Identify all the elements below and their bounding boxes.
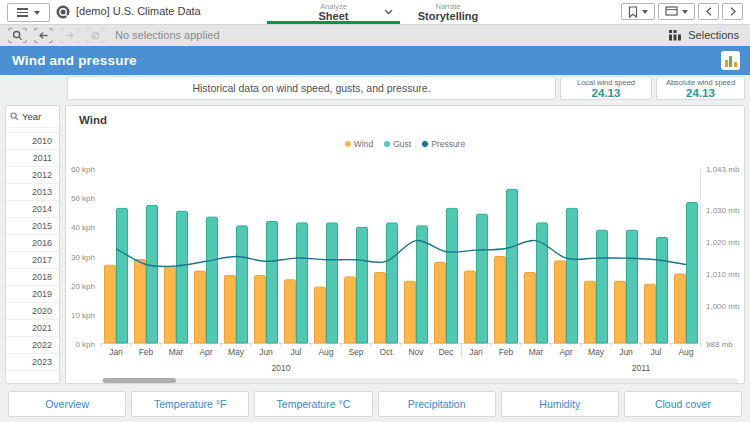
year-option-2011[interactable]: 2011 xyxy=(6,149,59,166)
year-option-2020[interactable]: 2020 xyxy=(6,302,59,319)
nav-button-temperature-f[interactable]: Temperature °F xyxy=(131,391,249,417)
year-option-2015[interactable]: 2015 xyxy=(6,217,59,234)
sheets-button[interactable] xyxy=(658,3,695,20)
app-title[interactable]: [demo] U.S. Climate Data xyxy=(76,0,201,23)
bookmarks-button[interactable] xyxy=(621,3,655,20)
bar-gust-11[interactable] xyxy=(447,208,458,343)
bar-gust-3[interactable] xyxy=(207,217,218,343)
global-menu-button[interactable] xyxy=(7,3,50,22)
chart-scrollbar-thumb[interactable] xyxy=(103,378,176,383)
bar-wind-19[interactable] xyxy=(675,274,686,343)
bar-gust-16[interactable] xyxy=(597,230,608,343)
chart-plot-area[interactable] xyxy=(101,169,701,344)
bar-wind-6[interactable] xyxy=(285,280,296,343)
bar-wind-5[interactable] xyxy=(255,275,266,343)
bar-gust-10[interactable] xyxy=(417,226,428,343)
bar-wind-15[interactable] xyxy=(555,261,566,343)
bar-gust-17[interactable] xyxy=(627,230,638,343)
chart-scrollbar[interactable] xyxy=(101,378,738,383)
bar-wind-12[interactable] xyxy=(465,271,476,343)
year-group-label-2011: 2011 xyxy=(632,363,650,373)
year-option-2018[interactable]: 2018 xyxy=(6,268,59,285)
bar-gust-5[interactable] xyxy=(267,222,278,344)
year-option-2017[interactable]: 2017 xyxy=(6,251,59,268)
right-tick-label: 1,030 mb xyxy=(706,206,739,215)
smart-search-icon[interactable] xyxy=(8,27,27,44)
selections-tool-button[interactable]: Selections xyxy=(668,29,750,41)
legend-item-gust[interactable]: Gust xyxy=(384,139,411,149)
bar-wind-4[interactable] xyxy=(225,275,236,343)
bar-wind-9[interactable] xyxy=(375,273,386,343)
bar-gust-7[interactable] xyxy=(327,223,338,343)
nav-button-humidity[interactable]: Humidity xyxy=(501,391,619,417)
year-option-2016[interactable]: 2016 xyxy=(6,234,59,251)
bar-wind-8[interactable] xyxy=(345,277,356,343)
year-option-2010[interactable]: 2010 xyxy=(6,132,59,149)
bar-gust-0[interactable] xyxy=(117,208,128,343)
x-axis-label-12: Jan xyxy=(461,347,491,357)
x-axis-label-9: Oct xyxy=(371,347,401,357)
year-option-2012[interactable]: 2012 xyxy=(6,166,59,183)
clear-selections-icon[interactable] xyxy=(86,27,105,44)
bar-gust-12[interactable] xyxy=(477,214,488,343)
right-tick-label: 1,010 mb xyxy=(706,270,739,279)
x-axis-label-5: Jun xyxy=(251,347,281,357)
year-option-2021[interactable]: 2021 xyxy=(6,319,59,336)
bar-wind-2[interactable] xyxy=(165,267,176,343)
bar-gust-19[interactable] xyxy=(687,203,698,343)
legend-item-wind[interactable]: Wind xyxy=(345,139,373,149)
previous-sheet-button[interactable] xyxy=(698,3,719,20)
year-list: 2010201120122013201420152016201720182019… xyxy=(6,132,59,371)
kpi-absolute-wind-speed[interactable]: Absolute wind speed 24.13 xyxy=(656,76,745,100)
hamburger-icon xyxy=(17,8,28,17)
x-axis-label-10: Nov xyxy=(401,347,431,357)
bar-gust-8[interactable] xyxy=(357,227,368,343)
bar-gust-18[interactable] xyxy=(657,238,668,343)
bar-wind-3[interactable] xyxy=(195,271,206,343)
year-option-2019[interactable]: 2019 xyxy=(6,285,59,302)
bar-wind-17[interactable] xyxy=(615,281,626,343)
x-axis-label-13: Feb xyxy=(491,347,521,357)
next-sheet-button[interactable] xyxy=(722,3,743,20)
bar-gust-1[interactable] xyxy=(147,205,158,343)
bar-wind-16[interactable] xyxy=(585,281,596,343)
tab-analyze-sheet[interactable]: Analyze Sheet xyxy=(267,0,400,24)
x-axis-label-4: May xyxy=(221,347,251,357)
x-axis-label-15: Apr xyxy=(551,347,581,357)
bar-gust-13[interactable] xyxy=(507,189,518,343)
chevron-left-icon xyxy=(706,7,712,16)
nav-button-cloud-cover[interactable]: Cloud cover xyxy=(624,391,742,417)
legend-item-pressure[interactable]: Pressure xyxy=(422,139,465,149)
bar-wind-14[interactable] xyxy=(525,273,536,343)
bar-wind-18[interactable] xyxy=(645,284,656,343)
bar-gust-2[interactable] xyxy=(177,211,188,343)
tab-narrate-storytelling[interactable]: Narrate Storytelling xyxy=(402,0,494,24)
nav-button-temperature-c[interactable]: Temperature °C xyxy=(254,391,372,417)
year-option-2022[interactable]: 2022 xyxy=(6,336,59,353)
year-group-label-2010: 2010 xyxy=(272,363,291,373)
bar-wind-7[interactable] xyxy=(315,287,326,343)
nav-button-overview[interactable]: Overview xyxy=(8,391,126,417)
nav-button-precipitation[interactable]: Precipitation xyxy=(378,391,496,417)
bar-wind-0[interactable] xyxy=(105,265,116,343)
chart-title: Wind xyxy=(79,114,107,126)
bar-gust-9[interactable] xyxy=(387,223,398,343)
step-forward-icon[interactable] xyxy=(60,27,79,44)
year-option-2023[interactable]: 2023 xyxy=(6,353,59,371)
bar-gust-15[interactable] xyxy=(567,208,578,343)
bar-wind-10[interactable] xyxy=(405,281,416,343)
bar-gust-4[interactable] xyxy=(237,226,248,343)
year-filter-header[interactable]: Year xyxy=(6,106,59,128)
bar-gust-6[interactable] xyxy=(297,223,308,343)
x-axis-label-8: Sep xyxy=(341,347,371,357)
bar-wind-13[interactable] xyxy=(495,257,506,344)
year-option-2013[interactable]: 2013 xyxy=(6,183,59,200)
year-option-2014[interactable]: 2014 xyxy=(6,200,59,217)
kpi-local-wind-speed[interactable]: Local wind speed 24.13 xyxy=(560,76,652,100)
step-back-icon[interactable] xyxy=(34,27,53,44)
info-text: Historical data on wind speed, gusts, an… xyxy=(192,82,430,94)
selections-bar: No selections applied Selections xyxy=(0,24,750,46)
x-axis-label-3: Apr xyxy=(191,347,221,357)
bar-wind-11[interactable] xyxy=(435,262,446,343)
bar-wind-1[interactable] xyxy=(135,259,146,343)
